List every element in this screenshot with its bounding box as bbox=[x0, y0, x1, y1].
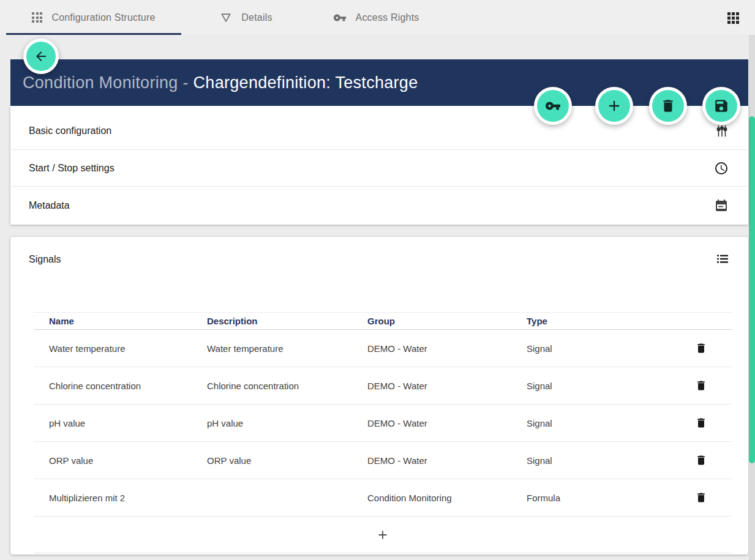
section-label: Metadata bbox=[29, 200, 70, 211]
signals-table: Name Description Group Type Water temper… bbox=[34, 312, 732, 553]
access-rights-button[interactable] bbox=[534, 87, 572, 125]
cell-name: Multiplizieren mit 2 bbox=[49, 493, 207, 503]
delete-row-button[interactable] bbox=[695, 417, 707, 429]
tab-label: Details bbox=[241, 12, 272, 23]
page-title-prefix: Condition Monitoring - bbox=[23, 73, 193, 92]
apps-grid-icon bbox=[727, 12, 739, 24]
plus-icon bbox=[598, 90, 630, 122]
cell-group: DEMO - Water bbox=[367, 343, 527, 354]
cell-type: Signal bbox=[527, 418, 663, 428]
delete-row-button[interactable] bbox=[695, 342, 707, 354]
key-icon bbox=[537, 90, 569, 122]
apps-menu-button[interactable] bbox=[727, 12, 739, 24]
cell-type: Signal bbox=[527, 343, 663, 354]
section-label: Basic configuration bbox=[29, 125, 111, 136]
sliders-icon bbox=[715, 124, 729, 138]
signals-card: Signals Name Description Group Type Wate… bbox=[10, 237, 748, 554]
plus-icon bbox=[376, 528, 389, 542]
scrollbar-thumb[interactable] bbox=[749, 116, 755, 463]
configuration-sections-card: Basic configuration Start / Stop setting… bbox=[10, 106, 748, 225]
triangle-icon bbox=[220, 12, 232, 24]
save-icon bbox=[705, 90, 737, 122]
tab-label: Access Rights bbox=[356, 12, 419, 23]
delete-row-button[interactable] bbox=[695, 454, 707, 466]
page-title-main: Chargendefinition: Testcharge bbox=[193, 73, 418, 92]
top-tab-bar: Configuration Structure Details Access R… bbox=[0, 0, 755, 35]
cell-description: Chlorine concentration bbox=[207, 381, 367, 391]
cell-type: Signal bbox=[527, 455, 663, 466]
column-header-group: Group bbox=[367, 316, 527, 326]
delete-row-button[interactable] bbox=[695, 379, 707, 392]
table-row[interactable]: Chlorine concentration Chlorine concentr… bbox=[34, 367, 732, 405]
add-signal-row-button[interactable] bbox=[34, 517, 732, 553]
cell-group: Condition Monitoring bbox=[367, 493, 527, 503]
section-label: Start / Stop settings bbox=[29, 163, 115, 174]
back-button[interactable] bbox=[23, 39, 59, 74]
cell-name: pH value bbox=[49, 418, 207, 428]
table-row[interactable]: ORP value ORP value DEMO - Water Signal bbox=[34, 442, 732, 479]
key-icon bbox=[333, 11, 347, 24]
cell-group: DEMO - Water bbox=[367, 455, 527, 466]
list-icon bbox=[715, 252, 730, 269]
table-row[interactable]: Water temperature Water temperature DEMO… bbox=[34, 330, 732, 367]
column-header-type: Type bbox=[527, 316, 663, 326]
add-button[interactable] bbox=[595, 87, 633, 125]
cell-description: ORP value bbox=[207, 455, 367, 466]
section-start-stop-settings[interactable]: Start / Stop settings bbox=[10, 150, 748, 187]
calendar-icon bbox=[714, 198, 729, 213]
cell-description: pH value bbox=[207, 418, 367, 428]
cell-group: DEMO - Water bbox=[367, 381, 527, 391]
signals-table-header: Name Description Group Type bbox=[34, 313, 732, 330]
cell-type: Formula bbox=[527, 493, 663, 503]
page-header: Condition Monitoring - Chargendefinition… bbox=[10, 59, 748, 106]
cell-name: Chlorine concentration bbox=[49, 381, 207, 391]
section-metadata[interactable]: Metadata bbox=[10, 187, 748, 224]
scrollbar-track[interactable] bbox=[749, 35, 755, 560]
signals-section-title: Signals bbox=[29, 254, 61, 265]
arrow-back-icon bbox=[26, 42, 56, 71]
tab-configuration-structure[interactable]: Configuration Structure bbox=[6, 0, 181, 35]
column-header-name: Name bbox=[49, 316, 207, 326]
cell-description: Water temperature bbox=[207, 343, 367, 354]
section-basic-configuration[interactable]: Basic configuration bbox=[10, 106, 748, 150]
cell-name: ORP value bbox=[49, 455, 207, 466]
save-button[interactable] bbox=[702, 87, 740, 125]
tab-access-rights[interactable]: Access Rights bbox=[311, 0, 441, 35]
grid-icon bbox=[32, 12, 42, 23]
column-header-description: Description bbox=[207, 316, 367, 326]
tab-details[interactable]: Details bbox=[181, 0, 311, 35]
tab-label: Configuration Structure bbox=[51, 12, 155, 23]
page-title: Condition Monitoring - Chargendefinition… bbox=[23, 73, 418, 92]
table-row[interactable]: pH value pH value DEMO - Water Signal bbox=[34, 405, 732, 442]
clock-icon bbox=[714, 161, 729, 176]
cell-type: Signal bbox=[527, 381, 663, 391]
delete-button[interactable] bbox=[649, 87, 687, 125]
delete-row-button[interactable] bbox=[695, 491, 707, 504]
cell-name: Water temperature bbox=[49, 343, 207, 354]
trash-icon bbox=[652, 90, 684, 122]
table-row[interactable]: Multiplizieren mit 2 Condition Monitorin… bbox=[34, 479, 732, 517]
cell-group: DEMO - Water bbox=[367, 418, 527, 428]
